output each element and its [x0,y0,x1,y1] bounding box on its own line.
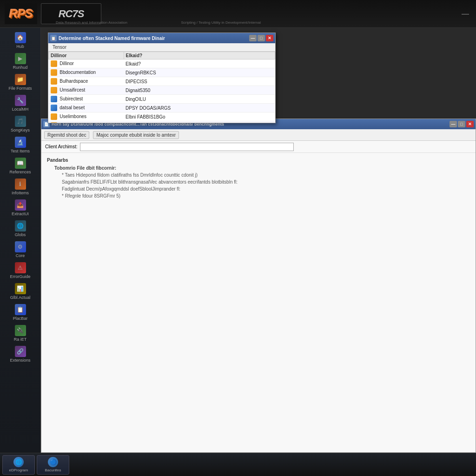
window1-maximize-btn[interactable]: □ [258,35,265,41]
minimize-button[interactable]: — [462,10,469,18]
sidebar-icon-13: 📋 [15,304,26,315]
sidebar-icon-6: 📖 [15,158,26,169]
sidebar-icon-10: ⚙ [15,241,26,252]
table-row[interactable]: Subirectest DingOILU [49,95,275,104]
window1-controls: — □ ✕ [249,35,273,41]
file-value-cell: DisegnRBKCS [124,68,275,77]
body-item-0: * Taes Hidepond fildom clatifiraths fss … [62,172,470,178]
sidebar-item-extractui[interactable]: 📤 ExtractUI [0,198,40,218]
sidebar-label-10: Core [16,253,25,258]
taskbar-app-icon-0: 🌐 [13,457,24,467]
file-value-cell: DPSY DOGAS/ARGS [124,104,275,112]
taskbar-subtitle: Data Research and Information Associatio… [56,20,261,25]
window2-maximize-btn[interactable]: □ [458,121,465,127]
window2-filter: Client Archimst: [41,141,476,153]
taskbar-app-label-1: Bacunfins [45,468,61,472]
sidebar-label-15: Extensions [10,358,30,363]
filter-input[interactable] [80,143,294,151]
sidebar-item-references[interactable]: 📖 References [0,156,40,176]
sidebar-icon-8: 📤 [15,199,26,211]
sidebar-label-9: Globs [15,232,26,237]
file-table-scroll[interactable]: Dillinor Elkaid? Dillinor Elkaid? Bbdocu… [48,52,275,123]
sidebar-icon-7: ℹ [15,178,26,190]
file-name-cell: Dew/dumsgees [49,121,124,123]
sidebar-item-placbar[interactable]: 📋 PlacBar [0,302,40,323]
body-item-2: Fadglintuat Decm/pAfoxgqmddsl doefSblool… [62,185,470,192]
file-name-cell: Umsaifircest [49,86,124,95]
sidebar-label-2: File Formats [8,86,32,91]
taskbar-top: RPS RC7S Data Research and Information A… [0,0,476,28]
window1-content: Dillinor Elkaid? Dillinor Elkaid? Bbdocu… [48,52,275,123]
file-table: Dillinor Elkaid? Dillinor Elkaid? Bbdocu… [48,52,275,123]
sidebar-label-11: ErrorGuide [10,274,30,279]
sidebar-item-ra-iet[interactable]: 🔌 Ra iET [0,323,40,344]
col-value-header: Elkaid? [124,52,275,60]
window2-minimize-btn[interactable]: — [450,121,457,127]
window1-minimize-btn[interactable]: — [249,35,257,41]
sidebar-item-core[interactable]: ⚙ Core [0,239,40,260]
sidebar-item-globs[interactable]: 🌐 Globs [0,218,40,239]
file-value-cell: Dignait5350 [124,86,275,95]
sidebar-item-songkeys[interactable]: 🎵 SongKeys [0,114,40,134]
sidebar-item-test-items[interactable]: 🔬 Test Items [0,135,40,155]
sidebar-item-infoitems[interactable]: ℹ InfoItems [0,177,40,197]
file-icon [51,113,57,120]
sidebar-icon-12: 📊 [15,283,26,294]
main-content: 📋 Determine often Stacked Named firmware… [41,28,476,453]
body-item-3: * Rfegnle fdour 8SRGFmr 5) [62,192,470,199]
file-name-cell: Dillinor [49,60,124,68]
sidebar-item-runhud[interactable]: ▶ Runhud [0,51,40,72]
sidebar-label-6: References [9,170,31,174]
sidebar-item-glbl.actual[interactable]: 📊 Glbl.Actual [0,281,40,302]
file-name-cell: datsal beset [49,104,124,112]
window1-titlebar: 📋 Determine often Stacked Named firmware… [48,33,275,43]
sidebar-item-localmh[interactable]: 🔧 LocalMH [0,93,40,113]
taskbar-bottom: 🌐 eDProgram 🔵 Bacunfins [0,453,476,476]
sidebar-item-hub[interactable]: 🏠 Hub [0,30,40,51]
sidebar-icon-14: 🔌 [15,325,26,336]
body-section: Pandarbs [47,157,470,164]
file-icon [51,60,57,67]
file-icon [51,122,57,123]
window2-controls: — □ ✕ [450,121,474,127]
table-row[interactable]: Uselimbones Elbni FABBIS1BGo [49,112,275,121]
rps-logo-text: RPS [9,7,33,21]
table-row[interactable]: Bbdocumentation DisegnRBKCS [49,68,275,77]
file-list-window: 📋 Determine often Stacked Named firmware… [48,33,276,123]
col-name-header: Dillinor [49,52,124,60]
sidebar-icon-9: 🌐 [15,220,26,231]
file-name-cell: Subirectest [49,95,124,104]
sidebar-label-7: InfoItems [12,191,29,195]
sidebar-label-0: Hub [16,44,24,49]
window2-body: Pandarbs Tobomrio File dbit fibcornir: *… [41,153,476,203]
taskbar-app-0[interactable]: 🌐 eDProgram [2,455,35,475]
table-row[interactable]: Bulhardspace DIPECISS [49,77,275,86]
taskbar-app-1[interactable]: 🔵 Bacunfins [37,455,69,475]
window1-title-left: 📋 Determine often Stacked Named firmware… [50,35,165,41]
toolbar-btn1[interactable]: Rgemitd shoot dec [44,131,89,139]
table-row[interactable]: Dew/dumsgees GaresinBLCased1GAS6E0 [49,121,275,123]
table-row[interactable]: Umsaifircest Dignait5350 [49,86,275,95]
sidebar-icon-5: 🔬 [15,137,26,148]
sidebar-item-errorguide[interactable]: ⚠ ErrorGuide [0,260,40,281]
file-value-cell: DingOILU [124,95,275,104]
sidebar-label-3: LocalMH [12,107,29,112]
table-row[interactable]: datsal beset DPSY DOGAS/ARGS [49,104,275,112]
body-subsection: Tobomrio File dbit fibcornir: [54,165,470,172]
file-icon [51,96,57,102]
sidebar-item-file-formats[interactable]: 📁 File Formats [0,72,40,93]
window1-close-btn[interactable]: ✕ [266,35,273,41]
window2-close-btn[interactable]: ✕ [466,121,474,127]
sidebar-label-13: PlacBar [13,316,28,321]
table-row[interactable]: Dillinor Elkaid? [49,60,275,68]
file-icon [51,87,57,93]
taskbar-app-label-0: eDProgram [9,468,28,472]
file-name-cell: Uselimbones [49,112,124,121]
body-item-1: Sagabnianfrs FBELIF/FLbt blithransgnasal… [62,178,470,185]
sidebar-item-extensions[interactable]: 🔗 Extensions [0,344,40,364]
sidebar-label-4: SongKeys [11,128,30,132]
detail-window: 📄 Horn say Dt3nalUDfe /bod compalachcomt… [41,119,476,453]
menu-tensor[interactable]: Tensor [51,45,68,50]
window1-title: Determine often Stacked Named firmware D… [59,36,165,41]
toolbar-btn2[interactable]: Majoc compute ebubit inside lo amtexr [93,131,179,139]
